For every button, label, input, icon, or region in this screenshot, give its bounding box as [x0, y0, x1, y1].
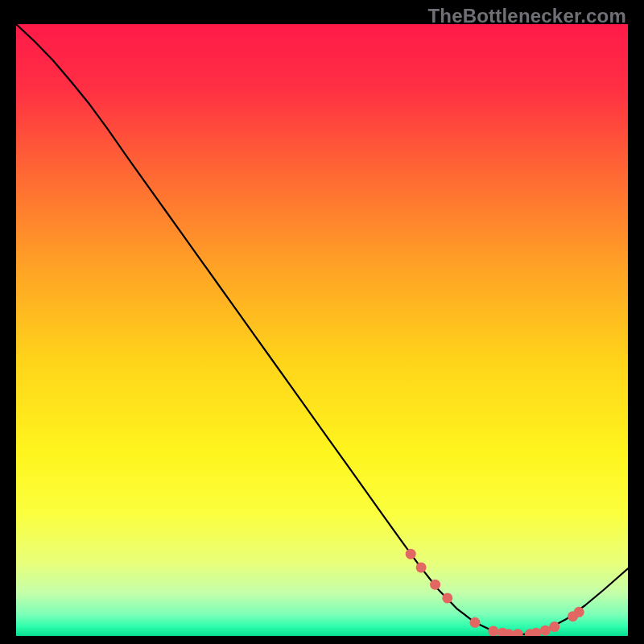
chart-svg [16, 24, 628, 636]
watermark-text: TheBottlenecker.com [427, 5, 626, 27]
marker-point [416, 562, 427, 572]
gradient-background [16, 24, 628, 636]
chart-frame [16, 24, 628, 636]
marker-point [442, 592, 452, 603]
marker-point [574, 607, 584, 617]
marker-point [488, 625, 498, 636]
marker-point [470, 617, 481, 628]
marker-point [430, 580, 440, 590]
marker-point [406, 549, 416, 559]
marker-point [549, 621, 559, 632]
marker-point [540, 625, 551, 636]
